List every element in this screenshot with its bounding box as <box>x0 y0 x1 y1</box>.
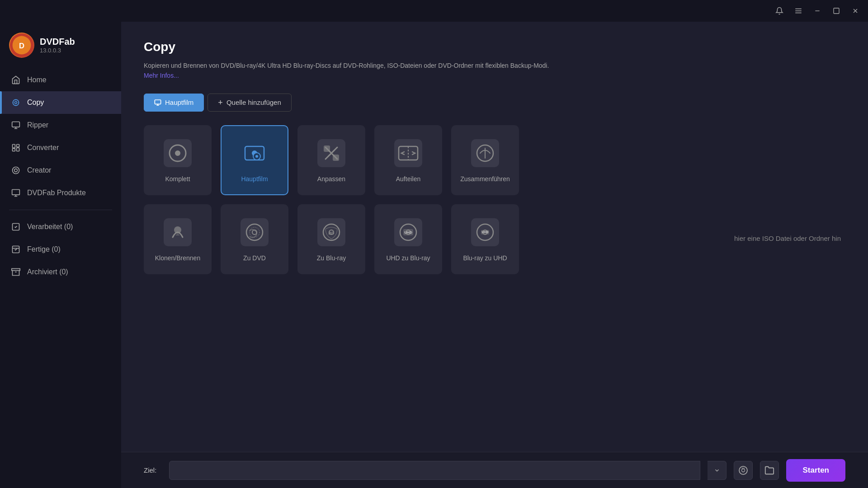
mode-klonen[interactable]: Klonen/Brennen <box>144 204 212 274</box>
bluray-zu-uhd-icon: UHD <box>469 216 501 248</box>
dvdfab-produkte-icon <box>11 188 21 198</box>
uhd-zu-bluray-icon: UHD <box>392 216 424 248</box>
mode-hauptfilm[interactable]: Hauptfilm <box>221 125 288 195</box>
mode-zu-dvd[interactable]: Zu DVD <box>221 204 288 274</box>
sidebar-item-dvdfab-produkte[interactable]: DVDFab Produkte <box>0 182 121 204</box>
sidebar-item-archiviert-label: Archiviert (0) <box>27 268 68 276</box>
zu-dvd-icon <box>239 216 270 248</box>
mode-anpassen[interactable]: Anpassen <box>297 125 365 195</box>
menu-button[interactable] <box>793 5 804 16</box>
creator-icon <box>11 165 21 175</box>
verarbeitet-icon <box>11 222 21 232</box>
mode-klonen-label: Klonen/Brennen <box>155 254 200 262</box>
app-body: D DVDFab 13.0.0.3 Home <box>0 22 868 488</box>
svg-text:ISO: ISO <box>742 467 745 469</box>
zu-bluray-icon: BD <box>316 216 347 248</box>
maximize-button[interactable] <box>831 5 842 16</box>
sidebar-item-dvdfab-label: DVDFab Produkte <box>27 189 86 197</box>
app-name: DVDFab <box>40 37 75 47</box>
fertige-icon <box>11 244 21 254</box>
svg-rect-12 <box>12 122 20 127</box>
app-version: 13.0.0.3 <box>40 47 75 54</box>
svg-rect-39 <box>333 155 339 161</box>
window-controls <box>774 5 861 16</box>
sidebar-item-verarbeitet[interactable]: Verarbeitet (0) <box>0 216 121 238</box>
sidebar-item-home-label: Home <box>27 76 47 84</box>
svg-text:UHD: UHD <box>481 230 488 234</box>
svg-rect-24 <box>12 269 20 271</box>
main-content: Copy Kopieren und Brennen von DVD/Blu-ra… <box>121 22 868 488</box>
sidebar-item-creator-label: Creator <box>27 166 51 174</box>
mode-bluray-zu-uhd-label: Blu-ray zu UHD <box>463 254 507 262</box>
svg-rect-38 <box>324 145 330 152</box>
svg-point-36 <box>255 155 258 158</box>
mode-zu-dvd-label: Zu DVD <box>243 254 266 262</box>
svg-point-20 <box>14 169 18 172</box>
svg-rect-17 <box>17 145 19 147</box>
sidebar-item-home[interactable]: Home <box>0 69 121 91</box>
klonen-icon <box>162 216 193 248</box>
svg-point-47 <box>174 226 181 234</box>
converter-icon <box>11 143 21 153</box>
svg-point-10 <box>13 99 19 105</box>
mode-zusammenfuehren-label: Zusammenführen <box>460 175 510 183</box>
svg-rect-26 <box>155 100 160 104</box>
sidebar-item-verarbeitet-label: Verarbeitet (0) <box>27 223 73 231</box>
mode-hauptfilm-label: Hauptfilm <box>241 175 268 183</box>
mode-bluray-zu-uhd[interactable]: UHD Blu-ray zu UHD <box>451 204 519 274</box>
title-bar <box>0 0 868 22</box>
ripper-icon <box>11 120 21 130</box>
mode-zu-bluray[interactable]: BD Zu Blu-ray <box>297 204 365 274</box>
mode-aufteilen-label: Aufteilen <box>396 175 420 183</box>
zusammenfuehren-icon <box>469 137 501 169</box>
mode-uhd-zu-bluray[interactable]: UHD UHD zu Blu-ray <box>374 204 442 274</box>
mode-uhd-zu-bluray-label: UHD zu Blu-ray <box>386 254 430 262</box>
logo-area: D DVDFab 13.0.0.3 <box>0 29 121 69</box>
copy-icon <box>11 98 21 108</box>
sidebar-item-converter-label: Converter <box>27 144 59 152</box>
ziel-input[interactable] <box>169 461 700 480</box>
close-button[interactable] <box>850 5 861 16</box>
mode-komplett[interactable]: Komplett <box>144 125 212 195</box>
sidebar-item-creator[interactable]: Creator <box>0 159 121 182</box>
start-button[interactable]: Starten <box>786 459 845 482</box>
svg-point-11 <box>15 102 17 104</box>
sidebar-item-archiviert[interactable]: Archiviert (0) <box>0 261 121 283</box>
mode-anpassen-label: Anpassen <box>317 175 345 183</box>
mode-zusammenfuehren[interactable]: Zusammenführen <box>451 125 519 195</box>
svg-point-19 <box>13 167 19 174</box>
tab-quelle-hinzufuegen[interactable]: + Quelle hinzufügen <box>208 94 291 112</box>
logo-text: DVDFab 13.0.0.3 <box>40 37 75 54</box>
sidebar-item-converter[interactable]: Converter <box>0 136 121 159</box>
modes-row-1: Komplett Hauptfilm <box>144 125 845 195</box>
page-title: Copy <box>144 40 845 54</box>
notification-button[interactable] <box>774 5 785 16</box>
mode-tabs: Hauptfilm + Quelle hinzufügen <box>144 94 845 112</box>
modes-row-2: Klonen/Brennen Zu DVD <box>144 204 845 274</box>
svg-text:UHD: UHD <box>404 230 412 235</box>
ziel-dropdown-button[interactable] <box>708 461 726 480</box>
sidebar-item-copy[interactable]: Copy <box>0 91 121 114</box>
folder-button[interactable] <box>760 461 779 480</box>
page-description: Kopieren und Brennen von DVD/Blu-ray/4K … <box>144 61 551 81</box>
home-icon <box>11 75 21 85</box>
bottom-bar: Ziel: ISO Starten <box>121 452 868 488</box>
sidebar-item-fertige[interactable]: Fertige (0) <box>0 238 121 261</box>
content-area: Copy Kopieren und Brennen von DVD/Blu-ra… <box>121 22 868 452</box>
minimize-button[interactable] <box>812 5 823 16</box>
sidebar-item-ripper[interactable]: Ripper <box>0 114 121 136</box>
mode-zu-bluray-label: Zu Blu-ray <box>317 254 346 262</box>
komplett-icon <box>162 137 193 169</box>
svg-text:BD: BD <box>329 231 335 235</box>
svg-rect-48 <box>241 218 269 246</box>
sidebar-divider <box>9 210 112 210</box>
sidebar: D DVDFab 13.0.0.3 Home <box>0 22 121 488</box>
svg-point-31 <box>175 150 180 156</box>
mehr-infos-link[interactable]: Mehr Infos... <box>144 72 179 79</box>
svg-text:D: D <box>19 42 24 50</box>
mode-komplett-label: Komplett <box>165 175 190 183</box>
iso-button[interactable]: ISO <box>734 461 753 480</box>
tab-hauptfilm[interactable]: Hauptfilm <box>144 94 204 112</box>
svg-point-67 <box>742 469 745 472</box>
mode-aufteilen[interactable]: Aufteilen <box>374 125 442 195</box>
